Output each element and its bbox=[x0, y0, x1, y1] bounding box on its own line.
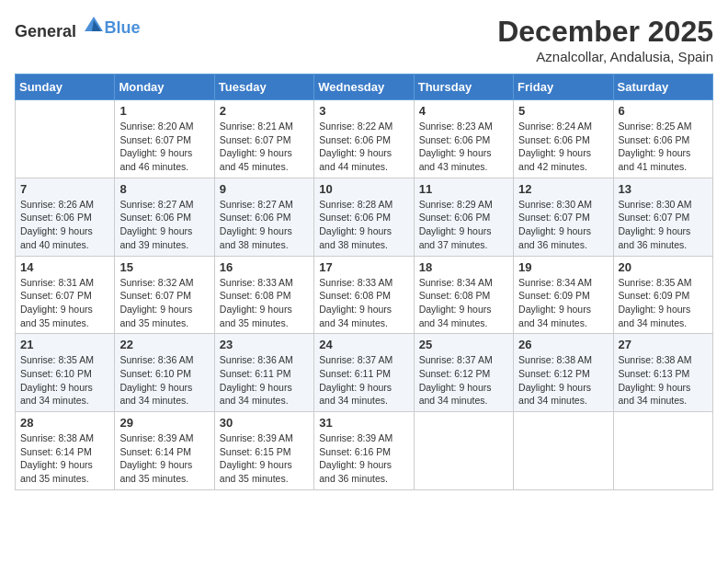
header-wednesday: Wednesday bbox=[314, 75, 414, 100]
day-number: 27 bbox=[619, 338, 708, 351]
day-info: Sunrise: 8:33 AM Sunset: 6:08 PM Dayligh… bbox=[319, 276, 408, 330]
day-info: Sunrise: 8:30 AM Sunset: 6:07 PM Dayligh… bbox=[619, 198, 708, 252]
table-row bbox=[414, 412, 513, 490]
day-number: 17 bbox=[319, 260, 408, 274]
day-number: 30 bbox=[220, 416, 309, 430]
day-number: 29 bbox=[119, 416, 209, 430]
day-number: 4 bbox=[419, 104, 508, 118]
table-row: 27Sunrise: 8:38 AM Sunset: 6:13 PM Dayli… bbox=[613, 334, 712, 412]
day-info: Sunrise: 8:23 AM Sunset: 6:06 PM Dayligh… bbox=[419, 120, 508, 174]
day-number: 23 bbox=[220, 338, 309, 351]
day-info: Sunrise: 8:34 AM Sunset: 6:08 PM Dayligh… bbox=[419, 276, 508, 330]
day-info: Sunrise: 8:27 AM Sunset: 6:06 PM Dayligh… bbox=[119, 198, 209, 252]
day-number: 6 bbox=[619, 104, 708, 118]
table-row: 26Sunrise: 8:38 AM Sunset: 6:12 PM Dayli… bbox=[514, 334, 613, 412]
day-info: Sunrise: 8:38 AM Sunset: 6:13 PM Dayligh… bbox=[619, 353, 708, 408]
table-row bbox=[16, 100, 115, 178]
day-number: 18 bbox=[419, 260, 508, 274]
month-title: December 2025 bbox=[497, 15, 713, 49]
table-row: 7Sunrise: 8:26 AM Sunset: 6:06 PM Daylig… bbox=[16, 178, 115, 256]
table-row: 28Sunrise: 8:38 AM Sunset: 6:14 PM Dayli… bbox=[16, 412, 115, 490]
header-monday: Monday bbox=[115, 75, 214, 100]
table-row: 22Sunrise: 8:36 AM Sunset: 6:10 PM Dayli… bbox=[115, 334, 214, 412]
table-row: 29Sunrise: 8:39 AM Sunset: 6:14 PM Dayli… bbox=[115, 412, 214, 490]
day-info: Sunrise: 8:39 AM Sunset: 6:14 PM Dayligh… bbox=[119, 431, 209, 486]
day-number: 26 bbox=[518, 338, 608, 351]
logo-general: General bbox=[15, 22, 76, 40]
day-number: 3 bbox=[319, 104, 408, 118]
day-info: Sunrise: 8:20 AM Sunset: 6:07 PM Dayligh… bbox=[119, 120, 209, 174]
day-number: 5 bbox=[518, 104, 608, 118]
table-row: 18Sunrise: 8:34 AM Sunset: 6:08 PM Dayli… bbox=[414, 256, 513, 334]
table-row: 31Sunrise: 8:39 AM Sunset: 6:16 PM Dayli… bbox=[314, 412, 414, 490]
day-info: Sunrise: 8:35 AM Sunset: 6:10 PM Dayligh… bbox=[20, 353, 109, 408]
table-row: 13Sunrise: 8:30 AM Sunset: 6:07 PM Dayli… bbox=[613, 178, 712, 256]
table-row: 20Sunrise: 8:35 AM Sunset: 6:09 PM Dayli… bbox=[613, 256, 712, 334]
day-number: 21 bbox=[20, 338, 109, 351]
day-info: Sunrise: 8:38 AM Sunset: 6:14 PM Dayligh… bbox=[20, 431, 109, 486]
day-info: Sunrise: 8:35 AM Sunset: 6:09 PM Dayligh… bbox=[619, 276, 708, 330]
table-row: 25Sunrise: 8:37 AM Sunset: 6:12 PM Dayli… bbox=[414, 334, 513, 412]
day-number: 14 bbox=[20, 260, 109, 274]
week-row-2: 7Sunrise: 8:26 AM Sunset: 6:06 PM Daylig… bbox=[16, 178, 713, 256]
day-number: 25 bbox=[419, 338, 508, 351]
day-info: Sunrise: 8:30 AM Sunset: 6:07 PM Dayligh… bbox=[518, 198, 608, 252]
table-row: 5Sunrise: 8:24 AM Sunset: 6:06 PM Daylig… bbox=[514, 100, 613, 178]
day-number: 10 bbox=[319, 182, 408, 196]
day-info: Sunrise: 8:26 AM Sunset: 6:06 PM Dayligh… bbox=[20, 198, 109, 252]
weekday-header-row: Sunday Monday Tuesday Wednesday Thursday… bbox=[16, 75, 713, 100]
day-info: Sunrise: 8:25 AM Sunset: 6:06 PM Dayligh… bbox=[619, 120, 708, 174]
day-number: 16 bbox=[220, 260, 309, 274]
table-row: 10Sunrise: 8:28 AM Sunset: 6:06 PM Dayli… bbox=[314, 178, 414, 256]
day-number: 7 bbox=[20, 182, 109, 196]
day-number: 24 bbox=[319, 338, 408, 351]
table-row: 11Sunrise: 8:29 AM Sunset: 6:06 PM Dayli… bbox=[414, 178, 513, 256]
logo-icon bbox=[83, 15, 105, 37]
title-block: December 2025 Aznalcollar, Andalusia, Sp… bbox=[497, 15, 713, 64]
location-title: Aznalcollar, Andalusia, Spain bbox=[497, 49, 713, 64]
day-info: Sunrise: 8:22 AM Sunset: 6:06 PM Dayligh… bbox=[319, 120, 408, 174]
week-row-4: 21Sunrise: 8:35 AM Sunset: 6:10 PM Dayli… bbox=[16, 334, 713, 412]
table-row: 21Sunrise: 8:35 AM Sunset: 6:10 PM Dayli… bbox=[16, 334, 115, 412]
table-row: 8Sunrise: 8:27 AM Sunset: 6:06 PM Daylig… bbox=[115, 178, 214, 256]
day-number: 22 bbox=[119, 338, 209, 351]
table-row: 17Sunrise: 8:33 AM Sunset: 6:08 PM Dayli… bbox=[314, 256, 414, 334]
table-row: 14Sunrise: 8:31 AM Sunset: 6:07 PM Dayli… bbox=[16, 256, 115, 334]
table-row: 19Sunrise: 8:34 AM Sunset: 6:09 PM Dayli… bbox=[514, 256, 613, 334]
table-row: 12Sunrise: 8:30 AM Sunset: 6:07 PM Dayli… bbox=[514, 178, 613, 256]
table-row: 30Sunrise: 8:39 AM Sunset: 6:15 PM Dayli… bbox=[214, 412, 313, 490]
header-friday: Friday bbox=[514, 75, 613, 100]
table-row: 24Sunrise: 8:37 AM Sunset: 6:11 PM Dayli… bbox=[314, 334, 414, 412]
header-tuesday: Tuesday bbox=[214, 75, 313, 100]
day-info: Sunrise: 8:32 AM Sunset: 6:07 PM Dayligh… bbox=[119, 276, 209, 330]
header-thursday: Thursday bbox=[414, 75, 513, 100]
day-number: 1 bbox=[119, 104, 209, 118]
day-info: Sunrise: 8:29 AM Sunset: 6:06 PM Dayligh… bbox=[419, 198, 508, 252]
week-row-5: 28Sunrise: 8:38 AM Sunset: 6:14 PM Dayli… bbox=[16, 412, 713, 490]
day-number: 13 bbox=[619, 182, 708, 196]
day-number: 2 bbox=[220, 104, 309, 118]
table-row: 1Sunrise: 8:20 AM Sunset: 6:07 PM Daylig… bbox=[115, 100, 214, 178]
week-row-1: 1Sunrise: 8:20 AM Sunset: 6:07 PM Daylig… bbox=[16, 100, 713, 178]
day-info: Sunrise: 8:31 AM Sunset: 6:07 PM Dayligh… bbox=[20, 276, 109, 330]
day-number: 8 bbox=[119, 182, 209, 196]
day-number: 15 bbox=[119, 260, 209, 274]
day-number: 12 bbox=[518, 182, 608, 196]
header-sunday: Sunday bbox=[16, 75, 115, 100]
day-info: Sunrise: 8:39 AM Sunset: 6:16 PM Dayligh… bbox=[319, 431, 408, 486]
day-info: Sunrise: 8:34 AM Sunset: 6:09 PM Dayligh… bbox=[518, 276, 608, 330]
day-number: 19 bbox=[518, 260, 608, 274]
day-number: 28 bbox=[20, 416, 109, 430]
table-row: 16Sunrise: 8:33 AM Sunset: 6:08 PM Dayli… bbox=[214, 256, 313, 334]
day-info: Sunrise: 8:37 AM Sunset: 6:12 PM Dayligh… bbox=[419, 353, 508, 408]
day-info: Sunrise: 8:21 AM Sunset: 6:07 PM Dayligh… bbox=[220, 120, 309, 174]
table-row: 2Sunrise: 8:21 AM Sunset: 6:07 PM Daylig… bbox=[214, 100, 313, 178]
table-row: 15Sunrise: 8:32 AM Sunset: 6:07 PM Dayli… bbox=[115, 256, 214, 334]
table-row: 4Sunrise: 8:23 AM Sunset: 6:06 PM Daylig… bbox=[414, 100, 513, 178]
day-number: 9 bbox=[220, 182, 309, 196]
day-number: 20 bbox=[619, 260, 708, 274]
table-row bbox=[514, 412, 613, 490]
day-info: Sunrise: 8:24 AM Sunset: 6:06 PM Dayligh… bbox=[518, 120, 608, 174]
day-info: Sunrise: 8:36 AM Sunset: 6:11 PM Dayligh… bbox=[220, 353, 309, 408]
logo: General Blue bbox=[15, 15, 141, 41]
